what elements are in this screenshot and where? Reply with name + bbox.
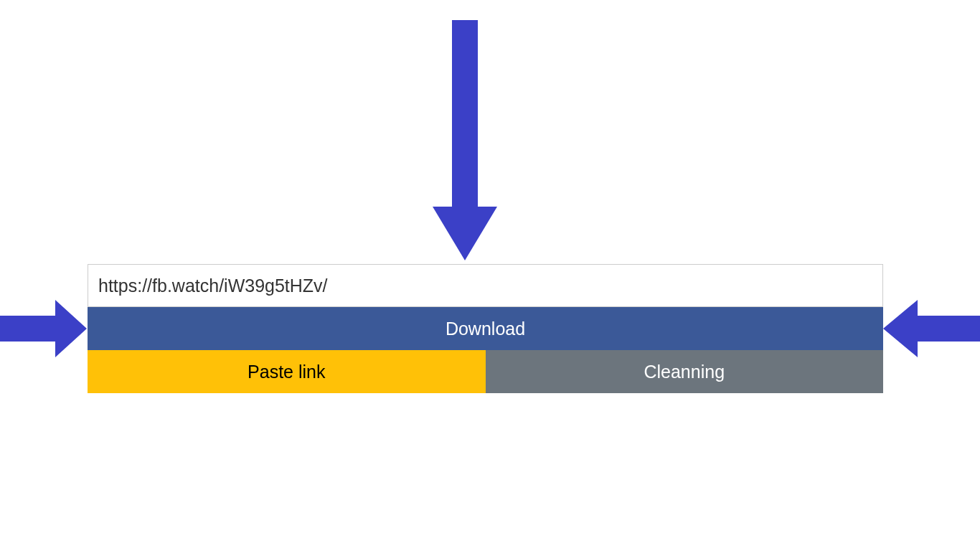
download-button[interactable]: Download: [88, 307, 883, 350]
cleanning-button[interactable]: Cleanning: [486, 350, 884, 393]
download-panel: Download Paste link Cleanning: [88, 264, 883, 393]
arrow-left-icon: [883, 300, 980, 357]
svg-marker-0: [433, 20, 497, 260]
secondary-button-row: Paste link Cleanning: [88, 350, 883, 393]
arrow-down-icon: [433, 20, 497, 260]
url-input[interactable]: [88, 264, 883, 307]
svg-marker-2: [883, 300, 980, 357]
arrow-right-icon: [0, 300, 87, 357]
svg-marker-1: [0, 300, 87, 357]
paste-link-button[interactable]: Paste link: [88, 350, 486, 393]
